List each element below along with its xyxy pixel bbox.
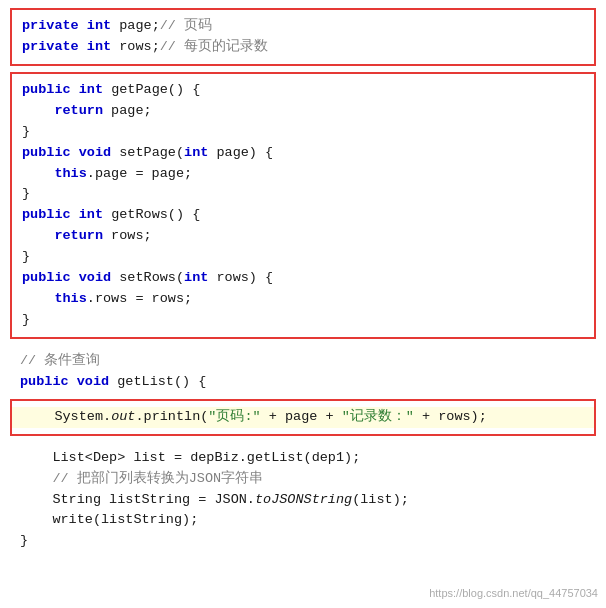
watermark: https://blog.csdn.net/qq_44757034: [429, 585, 598, 602]
block3-highlight: System.out.println("页码:" + page + "记录数："…: [10, 399, 596, 436]
bottom-lines: List<Dep> list = depBiz.getList(dep1); /…: [10, 442, 596, 559]
middle-lines: // 条件查询public void getList() {: [10, 345, 596, 399]
block1-fields: private int page;// 页码private int rows;/…: [10, 8, 596, 66]
block2-methods: public int getPage() { return page;}publ…: [10, 72, 596, 339]
